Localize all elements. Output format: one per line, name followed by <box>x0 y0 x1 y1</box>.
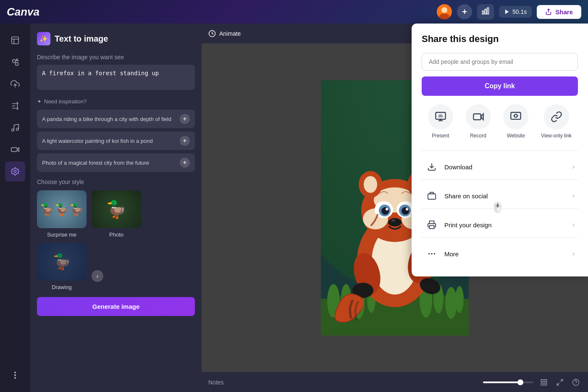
share-icon-record[interactable]: Record <box>466 104 491 139</box>
sidebar-item-ai[interactable] <box>5 161 25 182</box>
add-people-button[interactable]: + <box>457 4 472 19</box>
social-arrow: › <box>572 192 575 200</box>
more-arrow: › <box>572 250 575 258</box>
record-icon-label: Record <box>470 133 486 139</box>
style-label-drawing: Drawing <box>52 284 72 290</box>
svg-rect-59 <box>541 379 543 381</box>
header-left: Canva <box>7 5 39 18</box>
inspiration-item-1-text: A panda riding a bike through a city wit… <box>42 116 180 122</box>
style-thumb-surprise: 🦆🦆🦆 <box>37 190 87 228</box>
inspiration-add-3[interactable]: + <box>180 158 190 168</box>
sidebar-item-elements[interactable] <box>5 52 25 72</box>
share-menu-download[interactable]: Download › <box>422 154 578 179</box>
share-icon-viewonly[interactable]: View-only link <box>541 104 572 139</box>
svg-point-44 <box>364 176 377 193</box>
sidebar-item-uploads[interactable] <box>5 74 25 94</box>
style-surprise[interactable]: 🦆🦆🦆 Surprise me <box>37 190 87 238</box>
sidebar-item-video[interactable] <box>5 139 25 160</box>
share-menu-print[interactable]: Print your design › <box>422 212 578 237</box>
style-photo[interactable]: 🦆 Photo <box>92 190 141 238</box>
header: Canva + 50.1s Share <box>0 0 588 24</box>
share-label: Share <box>555 8 573 16</box>
style-more-button[interactable]: › <box>92 270 103 282</box>
share-divider-4 <box>422 237 578 238</box>
header-right: + 50.1s Share <box>437 4 581 20</box>
svg-point-79 <box>434 253 436 255</box>
svg-point-56 <box>391 219 395 222</box>
zoom-slider-thumb[interactable] <box>517 379 523 385</box>
website-icon-label: Website <box>507 133 525 139</box>
svg-point-54 <box>406 208 408 210</box>
style-label: Choose your style <box>37 179 195 185</box>
print-icon <box>425 218 438 232</box>
avatar[interactable] <box>437 4 452 19</box>
svg-point-31 <box>445 287 457 319</box>
svg-point-65 <box>573 379 579 385</box>
inspiration-item-2[interactable]: A light watercolor painting of koi fish … <box>37 132 195 150</box>
sidebar-item-text[interactable] <box>5 96 25 116</box>
share-menu-social[interactable]: Share on social › <box>422 183 578 208</box>
share-icon-website[interactable]: Website <box>503 104 528 139</box>
grid-view-button[interactable] <box>538 377 549 388</box>
tools-panel-header: ✨ Text to image <box>37 32 195 45</box>
animate-label: Animate <box>219 30 241 37</box>
share-panel-title: Share this design <box>422 34 578 45</box>
style-label-surprise: Surprise me <box>47 232 76 238</box>
style-drawing[interactable]: 🦆 Drawing <box>37 243 87 290</box>
print-label: Print your design <box>444 221 567 229</box>
description-label: Describe the image you want see <box>37 54 195 61</box>
svg-point-16 <box>14 170 16 173</box>
svg-point-17 <box>15 372 16 373</box>
share-email-input[interactable] <box>422 53 578 71</box>
social-label: Share on social <box>444 192 567 200</box>
analytics-button[interactable] <box>477 4 494 20</box>
share-icon-present[interactable]: Present <box>428 104 453 139</box>
viewonly-icon-label: View-only link <box>541 133 572 139</box>
text-to-image-icon: ✨ <box>37 32 50 45</box>
inspiration-add-1[interactable]: + <box>180 114 190 124</box>
svg-line-63 <box>561 379 563 381</box>
inspiration-item-1[interactable]: A panda riding a bike through a city wit… <box>37 110 195 128</box>
record-icon-circle <box>466 104 491 129</box>
zoom-slider[interactable] <box>483 381 533 383</box>
svg-point-18 <box>15 375 16 376</box>
copy-link-button[interactable]: Copy link <box>422 76 578 96</box>
description-input[interactable] <box>37 65 195 90</box>
inspiration-item-3-text: Photo of a magical forest city from the … <box>42 160 180 166</box>
share-button[interactable]: Share <box>537 5 581 19</box>
svg-point-73 <box>514 114 517 117</box>
inspiration-item-3[interactable]: Photo of a magical forest city from the … <box>37 153 195 172</box>
svg-point-19 <box>15 377 16 379</box>
share-icons-row: Present Record Website View-only link <box>422 104 578 142</box>
sidebar-item-layout[interactable] <box>5 30 25 50</box>
svg-rect-61 <box>541 383 543 385</box>
help-button[interactable] <box>570 377 581 388</box>
share-panel: Share this design Copy link Present Reco… <box>412 24 588 276</box>
download-icon <box>425 160 438 174</box>
sidebar-item-more[interactable] <box>5 365 25 385</box>
svg-point-53 <box>386 208 388 210</box>
svg-point-13 <box>16 128 19 131</box>
present-icon-circle <box>428 104 453 129</box>
svg-rect-76 <box>430 226 434 229</box>
generate-button[interactable]: Generate image <box>37 297 195 316</box>
svg-point-1 <box>441 7 447 13</box>
website-icon-circle <box>503 104 528 129</box>
share-divider-2 <box>422 179 578 180</box>
expand-button[interactable] <box>554 377 565 388</box>
download-arrow: › <box>572 163 575 171</box>
svg-rect-60 <box>545 379 547 381</box>
svg-point-52 <box>402 207 409 215</box>
sidebar-item-audio[interactable] <box>5 118 25 138</box>
animate-button[interactable]: Animate <box>208 30 241 37</box>
icon-sidebar <box>0 24 30 392</box>
svg-rect-75 <box>428 194 436 199</box>
present-button[interactable]: 50.1s <box>499 6 532 18</box>
style-thumb-drawing: 🦆 <box>37 243 87 281</box>
svg-rect-62 <box>545 383 547 385</box>
share-menu-more[interactable]: More › <box>422 241 578 266</box>
bottom-bar: Notes <box>202 372 588 392</box>
svg-rect-10 <box>16 63 18 65</box>
inspiration-add-2[interactable]: + <box>180 136 190 146</box>
svg-rect-3 <box>483 11 484 14</box>
